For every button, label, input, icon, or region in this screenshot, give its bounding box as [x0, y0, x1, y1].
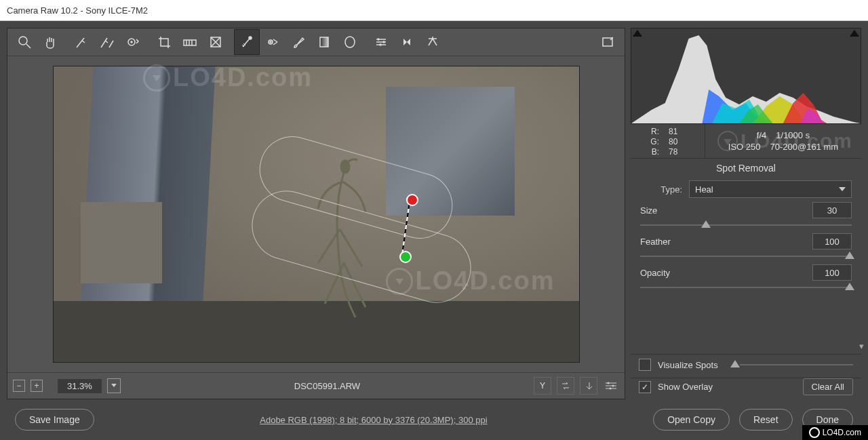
info-row: R:81 G:80 B:78 f/41/1000 s ISO 25070-200…	[631, 124, 861, 159]
svg-point-20	[608, 382, 610, 384]
transform-tool[interactable]	[203, 29, 229, 55]
histogram[interactable]	[631, 28, 861, 124]
single-view-icon[interactable]: −	[13, 380, 25, 392]
red-eye-tool[interactable]	[260, 29, 285, 55]
site-brand-badge: LO4D.com	[802, 425, 868, 440]
tool-toolbar	[7, 28, 625, 56]
window-titlebar: Camera Raw 10.2 - Sony ILCE-7M2	[0, 0, 868, 21]
show-overlay-checkbox[interactable]	[639, 381, 651, 393]
svg-point-6	[249, 37, 252, 39]
heal-destination-point[interactable]	[399, 251, 412, 263]
preferences-icon[interactable]	[368, 29, 394, 55]
exif-readout: f/41/1000 s ISO 25070-200@161 mm	[705, 124, 861, 158]
dialog-footer: Save Image Adobe RGB (1998); 8 bit; 6000…	[0, 399, 868, 440]
svg-point-22	[610, 388, 612, 390]
canvas-status-bar: − + 31.3% DSC05991.ARW Y	[7, 372, 625, 399]
open-copy-button[interactable]: Open Copy	[653, 409, 730, 431]
type-select[interactable]: Heal	[689, 180, 852, 198]
white-balance-tool[interactable]	[68, 29, 94, 55]
crop-tool[interactable]	[151, 29, 177, 55]
svg-rect-9	[320, 37, 328, 47]
opacity-slider[interactable]	[640, 282, 852, 293]
canvas-area[interactable]: LO4D.com LO4D.com	[7, 56, 625, 372]
svg-point-16	[380, 44, 381, 45]
radial-filter-tool[interactable]	[337, 29, 363, 55]
svg-point-3	[131, 41, 132, 43]
rgb-b-value: 78	[669, 147, 677, 157]
reset-button[interactable]: Reset	[739, 409, 793, 431]
svg-rect-4	[184, 40, 196, 45]
adjustment-brush-tool[interactable]	[285, 29, 311, 55]
clear-all-button[interactable]: Clear All	[803, 378, 853, 395]
targeted-adjust-tool[interactable]	[120, 29, 146, 55]
feather-value[interactable]: 100	[812, 233, 852, 249]
svg-line-1	[26, 44, 31, 48]
rgb-readout: R:81 G:80 B:78	[631, 124, 705, 158]
before-after-y-icon[interactable]: Y	[534, 377, 551, 395]
main-row: LO4D.com LO4D.com − + 31.3% DSC05991.ARW…	[0, 21, 868, 399]
camera-raw-window: Camera Raw 10.2 - Sony ILCE-7M2	[0, 0, 868, 440]
filename-label: DSC05991.ARW	[126, 381, 528, 391]
graduated-filter-tool[interactable]	[311, 29, 337, 55]
settings-menu-icon[interactable]	[603, 378, 619, 394]
workflow-link[interactable]: Adobe RGB (1998); 8 bit; 6000 by 3376 (2…	[104, 415, 644, 425]
zoom-dropdown-icon[interactable]	[107, 378, 121, 393]
opacity-value[interactable]: 100	[812, 264, 852, 281]
size-slider[interactable]	[640, 220, 852, 231]
size-label: Size	[640, 205, 657, 216]
hand-tool[interactable]	[37, 29, 63, 55]
right-panel: R:81 G:80 B:78 f/41/1000 s ISO 25070-200…	[631, 28, 861, 399]
zoom-tool[interactable]	[12, 29, 37, 55]
visualize-spots-checkbox[interactable]	[639, 359, 651, 371]
visualize-spots-label: Visualize Spots	[658, 360, 718, 370]
svg-point-10	[345, 37, 355, 47]
scroll-down-icon[interactable]: ▾	[859, 341, 864, 351]
rotate-right-tool[interactable]	[420, 29, 446, 55]
svg-point-0	[19, 37, 27, 45]
color-sampler-tool[interactable]	[94, 29, 120, 55]
compare-view-icon[interactable]: +	[31, 380, 43, 392]
svg-point-8	[270, 41, 271, 43]
save-image-button[interactable]: Save Image	[15, 409, 94, 431]
svg-point-14	[378, 39, 379, 40]
fullscreen-toggle-icon[interactable]	[595, 29, 620, 55]
spot-removal-tool[interactable]	[234, 29, 260, 55]
type-label: Type:	[640, 184, 689, 195]
rgb-r-value: 81	[669, 127, 677, 137]
svg-point-21	[612, 385, 614, 387]
visualize-slider[interactable]	[730, 361, 853, 368]
rotate-left-tool[interactable]	[394, 29, 420, 55]
zoom-level[interactable]: 31.3%	[58, 379, 102, 393]
size-value[interactable]: 30	[812, 202, 852, 218]
show-overlay-label: Show Overlay	[658, 382, 713, 392]
swap-icon[interactable]	[557, 377, 574, 395]
visualize-row: Visualize Spots	[631, 355, 861, 378]
svg-point-15	[383, 41, 384, 43]
feather-label: Feather	[640, 237, 671, 247]
rgb-g-value: 80	[669, 137, 677, 147]
window-title: Camera Raw 10.2 - Sony ILCE-7M2	[7, 5, 148, 16]
heal-source-point[interactable]	[406, 194, 418, 206]
straighten-tool[interactable]	[177, 29, 203, 55]
spot-removal-panel: Type: Heal Size 30	[631, 178, 861, 354]
app-body: LO4D.com LO4D.com − + 31.3% DSC05991.ARW…	[0, 21, 868, 440]
image-column: LO4D.com LO4D.com − + 31.3% DSC05991.ARW…	[7, 28, 625, 399]
copy-settings-icon[interactable]	[580, 377, 597, 395]
feather-slider[interactable]	[640, 251, 852, 262]
image-canvas[interactable]: LO4D.com	[53, 66, 580, 363]
opacity-label: Opacity	[640, 268, 670, 278]
panel-title: Spot Removal	[631, 159, 861, 178]
